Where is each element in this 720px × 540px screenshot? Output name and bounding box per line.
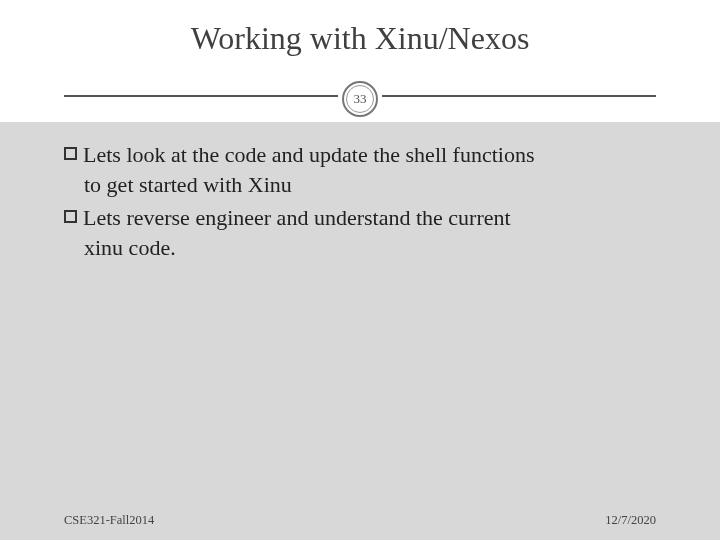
bullet-text: Lets reverse engineer and understand the… <box>83 203 511 233</box>
bullet-continuation: xinu code. <box>84 233 656 263</box>
bullet-item: Lets reverse engineer and understand the… <box>64 203 656 262</box>
bullet-item: Lets look at the code and update the she… <box>64 140 656 199</box>
slide-number: 33 <box>346 85 374 113</box>
square-bullet-icon <box>64 210 77 223</box>
footer-left: CSE321-Fall2014 <box>64 513 154 528</box>
slide-number-badge: 33 <box>338 77 382 121</box>
bullet-text: Lets look at the code and update the she… <box>83 140 534 170</box>
slide: Working with Xinu/Nexos 33 Lets look at … <box>0 0 720 540</box>
body-region: Lets look at the code and update the she… <box>0 122 720 540</box>
bullet-continuation: to get started with Xinu <box>84 170 656 200</box>
square-bullet-icon <box>64 147 77 160</box>
slide-title: Working with Xinu/Nexos <box>0 20 720 57</box>
slide-number-ring-outer: 33 <box>342 81 378 117</box>
header-region: Working with Xinu/Nexos 33 <box>0 0 720 122</box>
footer: CSE321-Fall2014 12/7/2020 <box>0 510 720 540</box>
footer-right: 12/7/2020 <box>605 513 656 528</box>
